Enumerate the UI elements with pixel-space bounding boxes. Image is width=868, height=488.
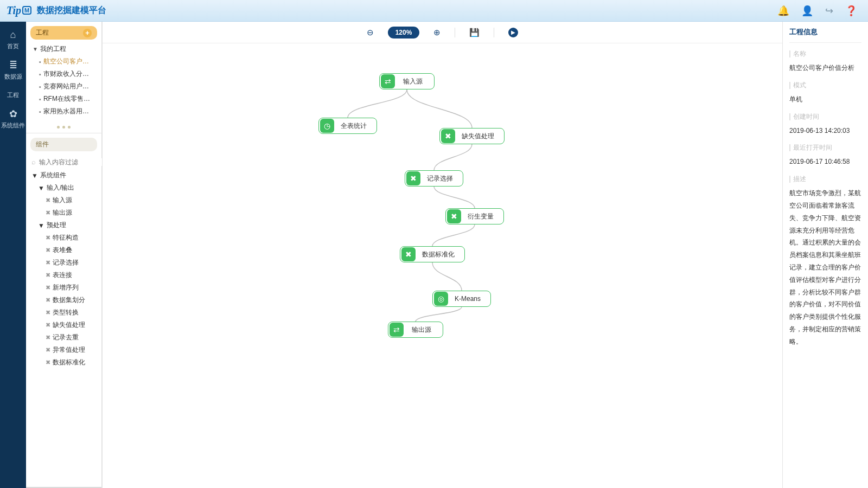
- workflow-node[interactable]: ✖衍生变量: [445, 208, 504, 224]
- workflow-node[interactable]: ✖数据标准化: [400, 246, 465, 262]
- component-item[interactable]: ✖表连接: [31, 269, 99, 281]
- node-label: 缺失值处理: [456, 132, 504, 141]
- node-type-icon: ✖: [447, 209, 461, 223]
- info-title: 工程信息: [789, 27, 861, 43]
- node-label: 记录选择: [422, 174, 463, 183]
- operator-icon: ✖: [46, 197, 50, 204]
- logo-m-badge: M: [22, 6, 31, 15]
- component-item[interactable]: ✖记录去重: [31, 331, 99, 344]
- file-icon: ▪: [39, 84, 41, 90]
- file-icon: ▪: [39, 59, 41, 65]
- component-item[interactable]: ✖数据标准化: [31, 356, 99, 369]
- workflow-node[interactable]: ◷全表统计: [318, 118, 377, 134]
- nav-home[interactable]: ⌂首页: [0, 25, 26, 55]
- component-item-label: 记录选择: [53, 258, 79, 267]
- component-item-label: 特征构造: [53, 233, 79, 242]
- caret-down-icon: ▼: [38, 222, 44, 229]
- add-project-button[interactable]: +: [83, 29, 92, 37]
- component-item[interactable]: ✖表堆叠: [31, 244, 99, 256]
- nav-datasource[interactable]: ≣数据源: [0, 55, 26, 85]
- workflow-node[interactable]: ✖记录选择: [405, 170, 463, 187]
- nav-components[interactable]: ✿系统组件: [0, 104, 26, 134]
- operator-icon: ✖: [46, 309, 50, 316]
- zoom-in-button[interactable]: ⊕: [433, 28, 441, 37]
- info-desc-value: 航空市场竞争激烈，某航空公司面临着常旅客流失、竞争力下降、航空资源未充分利用等经…: [789, 187, 861, 348]
- node-label: K-Means: [449, 295, 490, 303]
- operator-icon: ✖: [46, 284, 50, 291]
- node-label: 输入源: [396, 77, 434, 86]
- workflow-node[interactable]: ✖缺失值处理: [439, 128, 505, 144]
- app-title: 数据挖掘建模平台: [37, 5, 106, 16]
- zoom-out-button[interactable]: ⊖: [367, 28, 374, 37]
- component-item[interactable]: ✖新增序列: [31, 281, 99, 294]
- node-type-icon: ◷: [320, 119, 334, 133]
- component-item[interactable]: ✖输出源: [31, 207, 99, 219]
- header-actions: 🔔 👤 ↪ ❓: [777, 5, 861, 17]
- projects-header: 工程 +: [30, 26, 97, 40]
- project-item-label: 航空公司客户…: [43, 57, 89, 66]
- separator: [455, 28, 455, 37]
- component-item[interactable]: ✖记录选择: [31, 256, 99, 269]
- help-icon[interactable]: ❓: [845, 5, 857, 17]
- project-item-label: 竞赛网站用户…: [43, 82, 89, 91]
- component-item-label: 输出源: [53, 208, 72, 217]
- bell-icon[interactable]: 🔔: [777, 5, 789, 17]
- search-icon: ⌕: [31, 158, 36, 166]
- component-item-label: 类型转换: [53, 308, 79, 317]
- node-label: 输出源: [405, 325, 443, 335]
- project-item[interactable]: ▪市财政收入分…: [31, 68, 99, 80]
- zoom-level[interactable]: 120%: [388, 27, 420, 38]
- component-group-label: 预处理: [47, 221, 66, 230]
- components-section: 组件 ⌕ ▼系统组件 ▼输入/输出✖输入源✖输出源▼预处理✖特征构造✖表堆叠✖记…: [26, 133, 101, 488]
- project-item[interactable]: ▪竞赛网站用户…: [31, 80, 99, 93]
- node-type-icon: ⇄: [390, 323, 404, 337]
- component-item-label: 数据标准化: [53, 358, 85, 367]
- operator-icon: ✖: [46, 247, 50, 254]
- components-root[interactable]: ▼系统组件: [31, 169, 99, 182]
- user-icon[interactable]: 👤: [801, 5, 813, 17]
- database-icon: ≣: [0, 59, 26, 71]
- component-item[interactable]: ✖类型转换: [31, 306, 99, 319]
- node-type-icon: ⇄: [381, 74, 395, 88]
- info-mode-value: 单机: [789, 93, 861, 106]
- component-item[interactable]: ✖异常值处理: [31, 344, 99, 356]
- caret-down-icon: ▼: [38, 184, 44, 192]
- component-search: ⌕: [26, 155, 101, 169]
- component-item[interactable]: ✖数据集划分: [31, 294, 99, 306]
- component-item-label: 输入源: [53, 196, 72, 205]
- home-icon: ⌂: [0, 29, 26, 41]
- component-item[interactable]: ✖缺失值处理: [31, 319, 99, 331]
- workflow-node[interactable]: ⇄输入源: [379, 73, 435, 89]
- info-mode-label: 模式: [789, 81, 861, 90]
- info-name-label: 名称: [789, 49, 861, 59]
- component-group[interactable]: ▼输入/输出: [31, 182, 99, 194]
- nav-project[interactable]: 工程: [0, 85, 26, 104]
- save-button[interactable]: 💾: [469, 28, 480, 37]
- logo-tip-text: Tip: [7, 4, 21, 17]
- info-desc-label: 描述: [789, 175, 861, 184]
- caret-down-icon: ▼: [33, 46, 38, 52]
- info-created-value: 2019-06-13 14:20:03: [789, 125, 861, 137]
- node-type-icon: ✖: [401, 247, 416, 261]
- panel-divider[interactable]: [26, 121, 101, 133]
- component-group[interactable]: ▼预处理: [31, 219, 99, 232]
- file-icon: ▪: [39, 96, 41, 102]
- project-item-label: 家用热水器用…: [43, 107, 89, 116]
- workflow-node[interactable]: ◎K-Means: [432, 291, 491, 307]
- node-type-icon: ◎: [434, 292, 448, 306]
- logout-icon[interactable]: ↪: [825, 5, 833, 17]
- canvas-toolbar: ⊖ 120% ⊕ 💾 ▶: [103, 22, 782, 43]
- projects-tree: ▼我的工程 ▪航空公司客户…▪市财政收入分…▪竞赛网站用户…▪RFM在线零售…▪…: [26, 43, 101, 121]
- canvas-area: ⊖ 120% ⊕ 💾 ▶ ⇄输入源◷全表统计✖缺失值处理✖记录选择✖衍生变量✖数…: [102, 22, 782, 488]
- project-item[interactable]: ▪家用热水器用…: [31, 105, 99, 118]
- workflow-canvas[interactable]: ⇄输入源◷全表统计✖缺失值处理✖记录选择✖衍生变量✖数据标准化◎K-Means⇄…: [103, 43, 782, 488]
- project-item[interactable]: ▪航空公司客户…: [31, 55, 99, 68]
- run-button[interactable]: ▶: [508, 28, 518, 37]
- operator-icon: ✖: [46, 234, 50, 241]
- workflow-node[interactable]: ⇄输出源: [388, 322, 443, 338]
- projects-root[interactable]: ▼我的工程: [31, 43, 99, 55]
- component-item[interactable]: ✖特征构造: [31, 232, 99, 244]
- component-item[interactable]: ✖输入源: [31, 194, 99, 207]
- project-item[interactable]: ▪RFM在线零售…: [31, 93, 99, 105]
- node-label: 衍生变量: [462, 212, 503, 221]
